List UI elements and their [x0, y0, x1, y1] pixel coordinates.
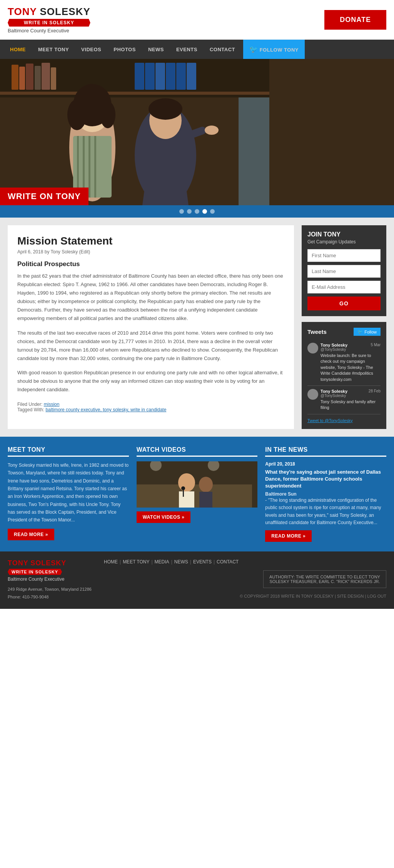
- join-title: JOIN TONY: [307, 231, 381, 238]
- email-input[interactable]: [307, 281, 381, 293]
- tweet-handle-2: @TonySolesky: [321, 394, 381, 398]
- hero-dot-4[interactable]: [202, 209, 207, 214]
- svg-rect-6: [42, 63, 50, 90]
- footer-address: 249 Ridge Avenue, Towson, Maryland 21286…: [8, 586, 92, 601]
- hero-dot-1[interactable]: [179, 209, 184, 214]
- footer-authority: AUTHORITY: THE WRITE COMMITTEE TO ELECT …: [263, 570, 386, 588]
- political-prospectus-title: Political Prospectus: [17, 260, 284, 268]
- donate-button[interactable]: DONATE: [324, 10, 386, 30]
- hero-section: WRITE ON TONY: [0, 59, 394, 218]
- footer-nav-news[interactable]: NEWS: [174, 559, 188, 565]
- three-columns-section: MEET TONY Tony Solesky married his wife,…: [0, 437, 394, 551]
- svg-rect-2: [12, 65, 18, 90]
- header: TONY SOLESKY WRITE IN SOLESKY Baltimore …: [0, 0, 394, 40]
- tweet-user-1: Tony Solesky: [321, 343, 347, 347]
- filed-under-link[interactable]: mission: [44, 402, 60, 407]
- nav-home[interactable]: HOME: [4, 41, 32, 58]
- mission-paragraph-1: In the past 62 years that the chief admi…: [17, 272, 284, 323]
- in-the-news-col-title: IN THE NEWS: [265, 446, 386, 457]
- tweet-avatar-2: [307, 389, 318, 400]
- sidebar: JOIN TONY Get Campaign Updates GO Tweets…: [302, 225, 386, 429]
- nav-contact[interactable]: CONTACT: [204, 41, 241, 58]
- nav-follow-twitter[interactable]: 🐦 FOLLOW TONY: [243, 40, 305, 59]
- tweet-item-1: Tony Solesky 5 Mar @TonySolesky Website …: [307, 340, 381, 386]
- logo-area: TONY SOLESKY WRITE IN SOLESKY Baltimore …: [8, 6, 90, 34]
- news-headline: What they're saying about jail sentence …: [265, 469, 386, 490]
- main-nav: HOME MEET TONY VIDEOS PHOTOS NEWS EVENTS…: [0, 40, 394, 59]
- hero-dots: [0, 205, 394, 218]
- svg-rect-23: [88, 136, 90, 198]
- footer: TONY SOLESKY WRITE IN SOLESKY Baltimore …: [0, 551, 394, 609]
- logo-name: TONY SOLESKY: [8, 6, 90, 18]
- meet-tony-read-more-button[interactable]: READ MORE »: [8, 529, 54, 540]
- svg-rect-7: [51, 67, 56, 90]
- footer-nav: HOME | MEET TONY | MEDIA | NEWS | EVENTS…: [104, 559, 386, 565]
- hero-label: WRITE ON TONY: [0, 188, 88, 205]
- hero-dot-5[interactable]: [210, 209, 215, 214]
- svg-rect-39: [199, 492, 212, 508]
- watch-videos-button[interactable]: WATCH VIDEOS »: [137, 511, 191, 523]
- svg-rect-9: [145, 63, 155, 90]
- svg-point-38: [199, 477, 213, 492]
- tweet-handle-1: @TonySolesky: [321, 347, 381, 352]
- nav-photos[interactable]: PHOTOS: [107, 41, 142, 58]
- first-name-input[interactable]: [307, 249, 381, 262]
- svg-point-19: [100, 101, 115, 128]
- tweets-header: Tweets 🐦 Follow: [307, 328, 381, 336]
- watch-videos-col-title: WATCH VIDEOS: [137, 446, 258, 457]
- news-source: Baltimore Sun: [265, 491, 386, 497]
- footer-nav-media[interactable]: MEDIA: [155, 559, 169, 565]
- svg-rect-12: [176, 63, 186, 90]
- video-thumbnail[interactable]: [137, 461, 258, 508]
- mission-meta: April 6, 2018 by Tony Solesky (Edit): [17, 249, 284, 255]
- main-content: Mission Statement April 6, 2018 by Tony …: [0, 218, 394, 437]
- tweets-box: Tweets 🐦 Follow Tony Solesky 5 Mar @Tony…: [302, 322, 386, 429]
- svg-point-41: [181, 486, 185, 490]
- join-tony-box: JOIN TONY Get Campaign Updates GO: [302, 225, 386, 316]
- footer-right: HOME | MEET TONY | MEDIA | NEWS | EVENTS…: [104, 559, 386, 598]
- svg-rect-33: [239, 97, 269, 205]
- hero-dot-2[interactable]: [187, 209, 192, 214]
- meet-tony-col-title: MEET TONY: [8, 446, 129, 457]
- news-date: April 20, 2018: [265, 461, 386, 467]
- footer-logo-name: TONY SOLESKY: [8, 559, 92, 567]
- footer-nav-meet-tony[interactable]: MEET TONY: [123, 559, 149, 565]
- twitter-follow-button[interactable]: 🐦 Follow: [354, 328, 381, 336]
- video-thumb-svg: [137, 461, 258, 508]
- nav-videos[interactable]: VIDEOS: [75, 41, 107, 58]
- logo-subtitle: Baltimore County Executive: [8, 28, 90, 34]
- svg-point-32: [205, 126, 219, 135]
- footer-nav-contact[interactable]: CONTACT: [217, 559, 239, 565]
- mission-section: Mission Statement April 6, 2018 by Tony …: [8, 225, 294, 429]
- hero-dot-3[interactable]: [195, 209, 199, 214]
- nav-meet-tony[interactable]: MEET TONY: [32, 41, 75, 58]
- nav-events[interactable]: EVENTS: [170, 41, 204, 58]
- svg-point-18: [67, 99, 87, 130]
- news-text: - "The long standing administrative conf…: [265, 497, 386, 526]
- in-the-news-col: IN THE NEWS April 20, 2018 What they're …: [265, 446, 386, 542]
- logo-ribbon: WRITE IN SOLESKY: [8, 19, 90, 27]
- news-read-more-button[interactable]: READ MORE »: [265, 530, 312, 542]
- twitter-icon: 🐦: [249, 45, 258, 53]
- mission-paragraph-3: With good reason to question Republican …: [17, 369, 284, 394]
- tweet-user-2: Tony Solesky: [321, 389, 347, 394]
- footer-nav-events[interactable]: EVENTS: [193, 559, 212, 565]
- svg-rect-3: [19, 67, 25, 90]
- tagged-with-link[interactable]: baltimore county executive, tony solesky…: [45, 407, 166, 412]
- nav-news[interactable]: NEWS: [142, 41, 170, 58]
- meet-tony-text: Tony Solesky married his wife, Irene, in…: [8, 461, 129, 524]
- tweet-reply-link[interactable]: Tweet to @TonySolesky: [307, 418, 353, 423]
- tweet-text-2: Tony Solesky and family after filing: [321, 399, 381, 411]
- svg-point-36: [178, 473, 195, 492]
- svg-rect-40: [183, 489, 184, 497]
- svg-rect-11: [166, 63, 175, 90]
- join-go-button[interactable]: GO: [307, 297, 381, 310]
- footer-logo: TONY SOLESKY WRITE IN SOLESKY Baltimore …: [8, 559, 92, 601]
- watch-videos-col: WATCH VIDEOS WATCH VIDEOS »: [137, 446, 258, 542]
- footer-nav-home[interactable]: HOME: [104, 559, 118, 565]
- svg-rect-10: [155, 63, 165, 90]
- last-name-input[interactable]: [307, 265, 381, 278]
- tweet-avatar-1: [307, 343, 318, 354]
- mission-title: Mission Statement: [17, 235, 284, 247]
- tweets-title: Tweets: [307, 328, 327, 335]
